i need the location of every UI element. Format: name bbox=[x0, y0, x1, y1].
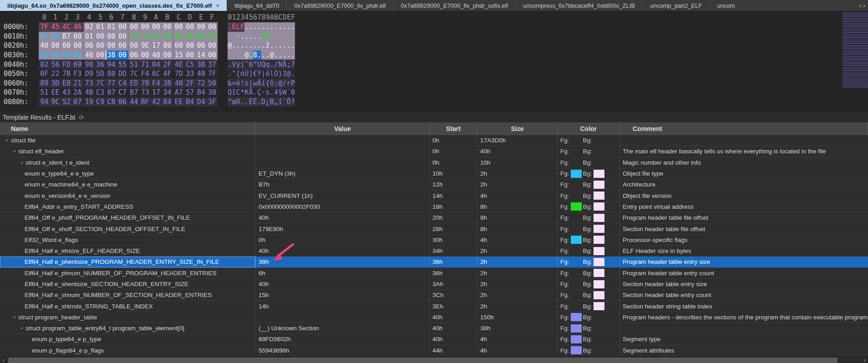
hex-byte[interactable]: 55 bbox=[117, 60, 128, 69]
template-row[interactable]: ›struct e_ident_t e_ident0h10hFg:Bg:Magi… bbox=[0, 157, 868, 168]
hex-byte[interactable]: 9C bbox=[50, 97, 61, 107]
hex-ascii-char[interactable]: 4 bbox=[274, 88, 278, 97]
hex-byte[interactable]: 00 bbox=[184, 32, 195, 41]
hex-ascii-char[interactable]: ? bbox=[291, 97, 295, 107]
hex-row[interactable]: 0070h:51EE432A4BC307C7B7731734A757B430Qî… bbox=[0, 88, 868, 97]
scroll-left-icon[interactable]: ‹ bbox=[0, 357, 7, 363]
hex-ascii-char[interactable]: . bbox=[283, 32, 287, 41]
hex-ascii-char[interactable]: L bbox=[236, 22, 240, 32]
hex-byte[interactable]: 02 bbox=[84, 22, 95, 32]
hex-ascii-char[interactable]: Å bbox=[283, 60, 287, 69]
hex-ascii-char[interactable]: . bbox=[274, 32, 278, 41]
hex-ascii-char[interactable]: . bbox=[249, 41, 253, 50]
hex-byte[interactable]: 40 bbox=[151, 50, 162, 60]
hex-ascii-char[interactable]: * bbox=[240, 88, 244, 97]
hex-byte[interactable]: 7C bbox=[128, 69, 139, 79]
hex-ascii-char[interactable]: D bbox=[261, 97, 265, 107]
hex-byte[interactable]: 80 bbox=[106, 69, 117, 79]
refresh-icon[interactable]: ⟳ bbox=[79, 114, 84, 121]
expand-open-icon[interactable]: › bbox=[4, 137, 11, 144]
template-row[interactable]: enum p_type64_e p_type69FD5602h40h4hFg:B… bbox=[0, 334, 868, 345]
hex-ascii-char[interactable]: Q bbox=[261, 60, 265, 69]
hex-editor[interactable]: 0000h:0123456789ABCDEF0123456789ABCDEF 0… bbox=[0, 11, 868, 112]
hex-byte[interactable]: 0F bbox=[39, 69, 50, 79]
file-tab[interactable]: uncom bbox=[710, 0, 742, 11]
hex-byte[interactable]: 7C bbox=[95, 79, 106, 88]
hex-ascii-char[interactable]: | bbox=[249, 79, 253, 88]
column-header-color[interactable]: Color bbox=[558, 122, 620, 135]
hex-ascii-char[interactable]: . bbox=[240, 97, 244, 107]
hex-ascii-char[interactable]: . bbox=[257, 41, 261, 50]
hex-ascii-char[interactable]: . bbox=[228, 22, 232, 32]
hex-byte[interactable]: 6C bbox=[151, 69, 162, 79]
hex-ascii-char[interactable]: . bbox=[232, 50, 236, 60]
hex-ascii-char[interactable]: 8 bbox=[253, 50, 257, 60]
hex-byte[interactable]: 00 bbox=[173, 32, 184, 41]
hex-ascii-char[interactable]: . bbox=[261, 41, 265, 50]
hex-ascii-char[interactable]: . bbox=[291, 32, 295, 41]
hex-byte[interactable]: 3F bbox=[207, 97, 218, 107]
hex-ascii-char[interactable]: ” bbox=[253, 60, 257, 69]
hex-byte[interactable]: 90 bbox=[128, 41, 139, 50]
hex-byte[interactable]: 69 bbox=[72, 60, 83, 69]
hex-row[interactable]: 0080h:949C520719C9CB0644BF4284EEB4D43F”œ… bbox=[0, 97, 868, 107]
column-header-start[interactable]: Start bbox=[430, 122, 477, 135]
hex-ascii-char[interactable]: ‰ bbox=[228, 79, 232, 88]
template-row[interactable]: Elf64_Addr e_entry_START_ADDRESS0x000000… bbox=[0, 202, 868, 212]
hex-byte[interactable]: 15 bbox=[173, 50, 184, 60]
hex-byte[interactable]: 40 bbox=[84, 50, 95, 60]
hex-ascii-char[interactable]: i bbox=[240, 60, 244, 69]
hex-ascii-char[interactable]: K bbox=[244, 88, 249, 97]
hex-byte[interactable]: B7 bbox=[61, 32, 72, 41]
hex-byte[interactable]: 00 bbox=[72, 32, 83, 41]
hex-ascii-char[interactable]: ! bbox=[240, 79, 244, 88]
hex-byte[interactable]: 72 bbox=[195, 79, 206, 88]
hex-ascii-char[interactable]: l bbox=[270, 69, 274, 79]
hex-ascii-char[interactable]: î bbox=[278, 97, 282, 107]
hex-ascii-char[interactable]: . bbox=[287, 22, 291, 32]
hex-ascii-char[interactable]: ] bbox=[249, 69, 253, 79]
hex-byte[interactable]: 30 bbox=[128, 32, 139, 41]
hex-ascii-char[interactable]: Ç bbox=[257, 88, 261, 97]
hex-ascii-char[interactable]: . bbox=[257, 22, 261, 32]
hex-byte[interactable]: C5 bbox=[184, 60, 195, 69]
column-header-value[interactable]: Value bbox=[256, 122, 430, 135]
hex-byte[interactable]: 00 bbox=[50, 41, 61, 50]
hex-ascii-char[interactable]: . bbox=[249, 50, 253, 60]
hex-byte[interactable]: 42 bbox=[151, 97, 162, 107]
hex-byte[interactable]: 00 bbox=[207, 32, 218, 41]
hex-ascii-char[interactable]: . bbox=[240, 50, 244, 60]
tabs-next-icon[interactable]: › bbox=[863, 2, 865, 9]
hex-byte[interactable]: D4 bbox=[195, 97, 206, 107]
hex-ascii-char[interactable]: . bbox=[283, 22, 287, 32]
hex-ascii-char[interactable]: w bbox=[253, 79, 257, 88]
hex-byte[interactable]: 14 bbox=[195, 50, 206, 60]
hex-ascii-char[interactable]: @ bbox=[278, 79, 282, 88]
scrollbar-thumb[interactable] bbox=[8, 358, 838, 363]
hex-byte[interactable]: 50 bbox=[207, 79, 218, 88]
hex-ascii-char[interactable]: U bbox=[257, 60, 261, 69]
hex-ascii-char[interactable]: } bbox=[278, 69, 282, 79]
template-row[interactable]: enum e_machine64_e e_machineB7h12h2hFg:B… bbox=[0, 179, 868, 190]
hex-byte[interactable]: 00 bbox=[95, 50, 106, 60]
hex-ascii-char[interactable]: ô bbox=[270, 79, 274, 88]
hex-ascii-char[interactable]: ô bbox=[266, 69, 270, 79]
hex-ascii-char[interactable]: . bbox=[270, 60, 274, 69]
hex-ascii-char[interactable]: . bbox=[287, 50, 291, 60]
file-tab[interactable]: uncomp_part2_ELF bbox=[643, 0, 710, 11]
expand-open-icon[interactable]: › bbox=[11, 313, 18, 321]
hex-ascii-char[interactable]: W bbox=[283, 88, 287, 97]
hex-ascii-char[interactable]: . bbox=[291, 50, 295, 60]
hex-ascii-char[interactable]: . bbox=[253, 32, 257, 41]
template-row[interactable]: enum p_flags64_e p_flags55943698h44h4hFg… bbox=[0, 345, 868, 356]
hex-ascii-char[interactable]: B bbox=[270, 97, 274, 107]
hex-ascii-char[interactable]: . bbox=[270, 88, 274, 97]
hex-ascii-char[interactable]: . bbox=[291, 69, 295, 79]
hex-byte[interactable]: 51 bbox=[39, 88, 50, 97]
hex-ascii-char[interactable]: ´ bbox=[283, 97, 287, 107]
hex-byte[interactable]: 02 bbox=[39, 60, 50, 69]
hex-ascii-char[interactable]: s bbox=[244, 79, 249, 88]
hex-ascii-char[interactable]: . bbox=[291, 22, 295, 32]
hex-row[interactable]: 0020h:4000000000000000909E170000000000@.… bbox=[0, 41, 868, 50]
hex-byte[interactable]: 43 bbox=[61, 88, 72, 97]
